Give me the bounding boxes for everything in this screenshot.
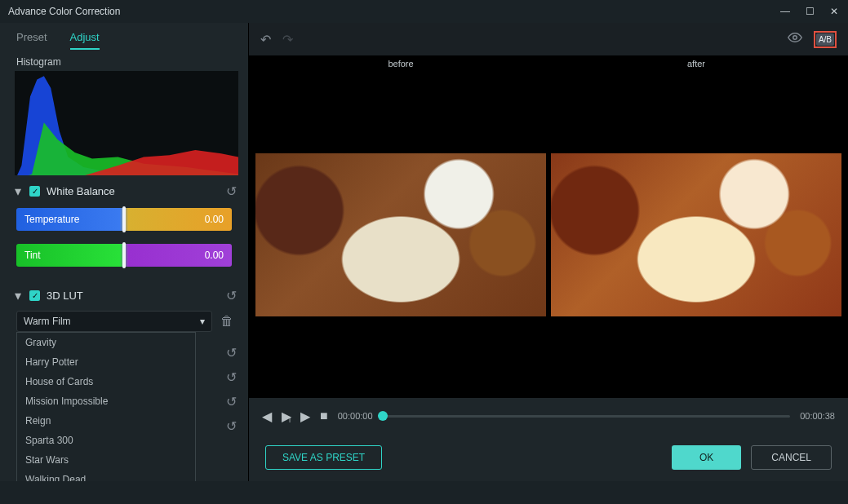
before-column: before <box>255 55 546 398</box>
after-label: after <box>551 55 841 72</box>
after-image <box>551 72 841 398</box>
tint-value: 0.00 <box>205 250 224 261</box>
prev-frame-icon[interactable]: ◀ <box>262 409 272 424</box>
save-as-preset-button[interactable]: SAVE AS PRESET <box>265 445 382 470</box>
preview-area: before after <box>249 55 848 398</box>
window-title: Advance Color Correction <box>8 6 120 17</box>
tab-preset[interactable]: Preset <box>16 31 47 50</box>
lut-option[interactable]: House of Cards <box>17 372 195 391</box>
cancel-button[interactable]: CANCEL <box>751 445 832 470</box>
playback-bar: ◀ ▶| ▶ ■ 00:00:00 00:00:38 <box>249 398 848 434</box>
maximize-button[interactable]: ☐ <box>801 2 819 20</box>
current-time: 00:00:00 <box>338 411 373 421</box>
lut-option[interactable]: Reign <box>17 411 195 431</box>
redo-icon[interactable]: ↷ <box>282 32 293 47</box>
right-panel: ↶ ↷ A/B before after ◀ ▶| ▶ ■ <box>249 23 848 481</box>
step-forward-icon[interactable]: ▶| <box>282 409 291 424</box>
left-panel: Preset Adjust Histogram ▾ ✓ White Balanc… <box>0 23 249 481</box>
histogram-label: Histogram <box>0 50 248 71</box>
reset-icon[interactable]: ↺ <box>224 345 238 360</box>
reset-icon[interactable]: ↺ <box>224 394 238 409</box>
lut-checkbox[interactable]: ✓ <box>29 290 40 301</box>
before-label: before <box>255 55 546 72</box>
lut-option[interactable]: Gravity <box>17 333 195 352</box>
lut-dropdown[interactable]: Warm Film ▾ <box>16 311 212 332</box>
histogram-chart <box>15 71 238 175</box>
lut-header: ▾ ✓ 3D LUT ↺ <box>0 285 248 306</box>
after-column: after <box>551 55 841 398</box>
svg-point-0 <box>793 36 797 40</box>
temperature-slider[interactable]: Temperature 0.00 <box>16 208 232 231</box>
ab-compare-button[interactable]: A/B <box>814 31 837 48</box>
lut-title: 3D LUT <box>47 290 217 302</box>
tint-label: Tint <box>24 250 205 261</box>
white-balance-header: ▾ ✓ White Balance ↺ <box>0 180 248 201</box>
duration-time: 00:00:38 <box>800 411 835 421</box>
tint-slider[interactable]: Tint 0.00 <box>16 244 232 267</box>
before-image <box>255 72 546 398</box>
timeline-track[interactable] <box>383 415 791 418</box>
tab-adjust[interactable]: Adjust <box>70 31 100 50</box>
chevron-down-icon[interactable]: ▾ <box>13 186 23 196</box>
eye-icon[interactable] <box>788 30 802 48</box>
window-controls: — ☐ ✕ <box>776 2 843 20</box>
lut-option[interactable]: Star Wars <box>17 450 195 470</box>
close-button[interactable]: ✕ <box>825 2 843 20</box>
minimize-button[interactable]: — <box>776 2 794 20</box>
lut-option[interactable]: Harry Potter <box>17 352 195 372</box>
lut-option[interactable]: Walking Dead <box>17 470 195 481</box>
timeline-thumb[interactable] <box>378 411 388 421</box>
title-bar: Advance Color Correction — ☐ ✕ <box>0 0 848 23</box>
lut-option[interactable]: Mission Impossible <box>17 391 195 411</box>
reset-icon[interactable]: ↺ <box>224 183 238 198</box>
reset-icon[interactable]: ↺ <box>224 288 238 303</box>
preview-toolbar: ↶ ↷ A/B <box>249 23 848 55</box>
stop-icon[interactable]: ■ <box>320 409 328 423</box>
slider-thumb[interactable] <box>122 242 126 268</box>
slider-thumb[interactable] <box>122 206 126 232</box>
lut-option[interactable]: Sparta 300 <box>17 431 195 450</box>
lut-select-row: Warm Film ▾ 🗑 Gravity Harry Potter House… <box>0 306 248 337</box>
reset-icon[interactable]: ↺ <box>224 369 238 384</box>
temperature-value: 0.00 <box>205 214 224 225</box>
white-balance-checkbox[interactable]: ✓ <box>29 186 40 197</box>
chevron-down-icon: ▾ <box>200 316 205 327</box>
undo-icon[interactable]: ↶ <box>260 32 271 47</box>
lut-selected-value: Warm Film <box>24 316 71 327</box>
panel-tabs: Preset Adjust <box>0 23 248 50</box>
lut-dropdown-menu: Gravity Harry Potter House of Cards Miss… <box>16 332 196 481</box>
white-balance-title: White Balance <box>47 185 217 197</box>
footer-buttons: SAVE AS PRESET OK CANCEL <box>249 434 848 481</box>
ok-button[interactable]: OK <box>672 445 741 470</box>
play-icon[interactable]: ▶ <box>300 409 310 424</box>
chevron-down-icon[interactable]: ▾ <box>13 290 23 300</box>
temperature-label: Temperature <box>24 214 205 225</box>
trash-icon[interactable]: 🗑 <box>220 314 233 329</box>
reset-icon[interactable]: ↺ <box>224 418 238 433</box>
